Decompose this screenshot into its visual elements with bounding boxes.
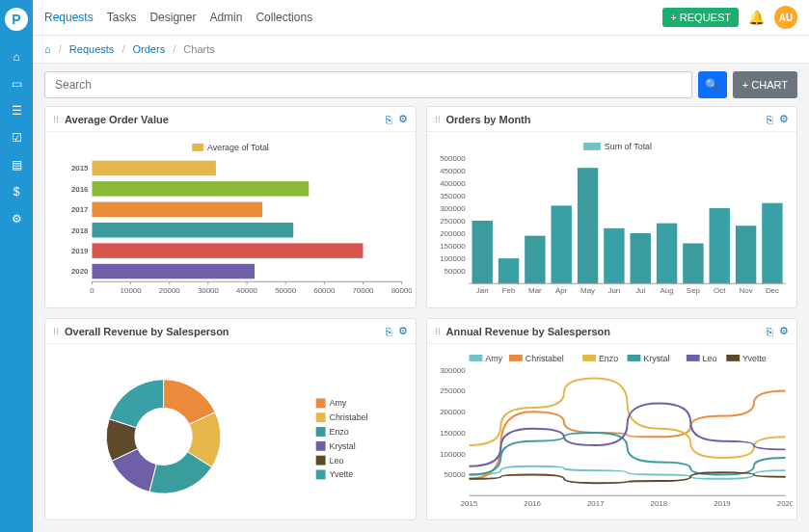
svg-text:2019: 2019 bbox=[714, 499, 731, 508]
copy-icon[interactable]: ⎘ bbox=[767, 114, 773, 125]
svg-text:Sep: Sep bbox=[686, 286, 700, 295]
svg-text:Leo: Leo bbox=[330, 456, 344, 466]
svg-rect-8 bbox=[92, 223, 293, 237]
svg-text:Leo: Leo bbox=[702, 354, 716, 363]
nav-links: Requests Tasks Designer Admin Collection… bbox=[44, 11, 312, 24]
svg-rect-51 bbox=[551, 205, 571, 283]
grip-icon[interactable]: ⁞⁞ bbox=[435, 326, 441, 336]
svg-text:80000: 80000 bbox=[391, 286, 412, 295]
search-button[interactable]: 🔍 bbox=[698, 71, 727, 98]
svg-text:Feb: Feb bbox=[501, 286, 515, 295]
svg-text:2020: 2020 bbox=[776, 499, 793, 508]
nav-designer[interactable]: Designer bbox=[149, 11, 196, 24]
svg-text:350000: 350000 bbox=[440, 192, 466, 200]
sidebar-check-icon[interactable]: ☑ bbox=[12, 131, 22, 145]
sidebar-money-icon[interactable]: $ bbox=[13, 185, 20, 199]
svg-text:Dec: Dec bbox=[765, 286, 778, 295]
svg-rect-76 bbox=[316, 441, 326, 451]
bell-icon[interactable]: 🔔 bbox=[748, 10, 765, 25]
svg-text:Enzo: Enzo bbox=[330, 427, 349, 437]
svg-rect-12 bbox=[92, 264, 255, 279]
svg-text:Amy: Amy bbox=[485, 354, 502, 363]
grip-icon[interactable]: ⁞⁞ bbox=[435, 114, 441, 124]
card-title: Annual Revenue by Salesperson bbox=[446, 326, 611, 337]
svg-text:Oct: Oct bbox=[714, 286, 726, 295]
svg-text:Jun: Jun bbox=[607, 286, 620, 295]
svg-text:0: 0 bbox=[90, 286, 94, 295]
request-button[interactable]: + REQUEST bbox=[662, 8, 739, 27]
svg-rect-78 bbox=[316, 456, 326, 466]
breadcrumb-requests[interactable]: Requests bbox=[69, 43, 114, 55]
svg-rect-65 bbox=[735, 226, 755, 283]
svg-text:Yvette: Yvette bbox=[742, 354, 767, 363]
copy-icon[interactable]: ⎘ bbox=[767, 326, 773, 337]
svg-text:Christabel: Christabel bbox=[330, 412, 368, 422]
svg-text:50000: 50000 bbox=[444, 267, 466, 276]
svg-rect-86 bbox=[582, 355, 596, 361]
svg-text:2016: 2016 bbox=[524, 499, 541, 508]
svg-text:Nov: Nov bbox=[739, 286, 752, 295]
svg-text:Mar: Mar bbox=[528, 286, 542, 295]
svg-rect-59 bbox=[656, 224, 676, 284]
nav-collections[interactable]: Collections bbox=[256, 11, 312, 24]
sidebar-home-icon[interactable]: ⌂ bbox=[13, 50, 19, 64]
svg-text:60000: 60000 bbox=[313, 286, 336, 295]
add-chart-button[interactable]: + CHART bbox=[733, 71, 797, 98]
svg-rect-10 bbox=[92, 243, 363, 257]
svg-rect-72 bbox=[316, 412, 326, 422]
grip-icon[interactable]: ⁞⁞ bbox=[53, 114, 59, 124]
card-title: Orders by Month bbox=[446, 114, 531, 125]
svg-text:2019: 2019 bbox=[71, 247, 89, 255]
avatar[interactable]: AU bbox=[774, 6, 797, 29]
breadcrumb-orders[interactable]: Orders bbox=[133, 43, 166, 55]
svg-rect-53 bbox=[577, 168, 597, 283]
copy-icon[interactable]: ⎘ bbox=[386, 114, 392, 125]
card-overall-revenue: ⁞⁞ Overall Revenue by Salesperson ⎘ ⚙ Am… bbox=[44, 318, 417, 520]
top-nav: Requests Tasks Designer Admin Collection… bbox=[33, 0, 809, 36]
sidebar-gear-icon[interactable]: ⚙ bbox=[12, 212, 22, 226]
svg-text:Yvette: Yvette bbox=[330, 469, 354, 479]
svg-text:Sum of Total: Sum of Total bbox=[604, 142, 651, 151]
svg-rect-49 bbox=[525, 236, 545, 284]
svg-rect-88 bbox=[627, 355, 640, 361]
card-avg-order: ⁞⁞ Average Order Value ⎘ ⚙ Average of To… bbox=[44, 106, 417, 308]
search-input[interactable] bbox=[44, 71, 692, 98]
svg-rect-82 bbox=[469, 355, 482, 361]
svg-text:250000: 250000 bbox=[440, 217, 466, 226]
svg-rect-47 bbox=[498, 258, 518, 283]
svg-rect-67 bbox=[762, 203, 782, 283]
svg-text:2020: 2020 bbox=[71, 267, 89, 276]
svg-rect-90 bbox=[686, 355, 699, 361]
gear-icon[interactable]: ⚙ bbox=[398, 113, 408, 125]
logo[interactable]: P bbox=[5, 8, 28, 31]
svg-text:30000: 30000 bbox=[198, 286, 220, 295]
svg-text:200000: 200000 bbox=[440, 229, 466, 238]
grip-icon[interactable]: ⁞⁞ bbox=[53, 326, 59, 336]
svg-rect-45 bbox=[472, 221, 492, 283]
nav-tasks[interactable]: Tasks bbox=[107, 11, 137, 24]
svg-rect-2 bbox=[92, 161, 215, 175]
svg-text:70000: 70000 bbox=[352, 286, 374, 295]
svg-text:20000: 20000 bbox=[159, 286, 181, 295]
svg-text:Christabel: Christabel bbox=[525, 354, 563, 363]
svg-text:Krystal: Krystal bbox=[643, 354, 669, 363]
sidebar-card-icon[interactable]: ▭ bbox=[12, 77, 22, 91]
svg-text:2016: 2016 bbox=[71, 185, 89, 194]
sidebar-file-icon[interactable]: ▤ bbox=[12, 158, 22, 172]
nav-requests[interactable]: Requests bbox=[44, 11, 94, 24]
nav-admin[interactable]: Admin bbox=[209, 11, 242, 24]
gear-icon[interactable]: ⚙ bbox=[779, 113, 789, 125]
svg-text:Enzo: Enzo bbox=[598, 354, 617, 363]
sidebar-list-icon[interactable]: ☰ bbox=[12, 104, 22, 118]
svg-rect-4 bbox=[92, 181, 309, 196]
svg-text:200000: 200000 bbox=[440, 408, 466, 416]
gear-icon[interactable]: ⚙ bbox=[398, 325, 408, 337]
gear-icon[interactable]: ⚙ bbox=[779, 325, 789, 337]
svg-rect-33 bbox=[583, 143, 601, 150]
copy-icon[interactable]: ⎘ bbox=[386, 326, 392, 337]
svg-text:10000: 10000 bbox=[121, 286, 143, 295]
svg-text:150000: 150000 bbox=[440, 429, 466, 438]
svg-text:40000: 40000 bbox=[236, 286, 258, 295]
breadcrumb-home-icon[interactable]: ⌂ bbox=[44, 43, 51, 55]
svg-rect-55 bbox=[604, 228, 624, 283]
